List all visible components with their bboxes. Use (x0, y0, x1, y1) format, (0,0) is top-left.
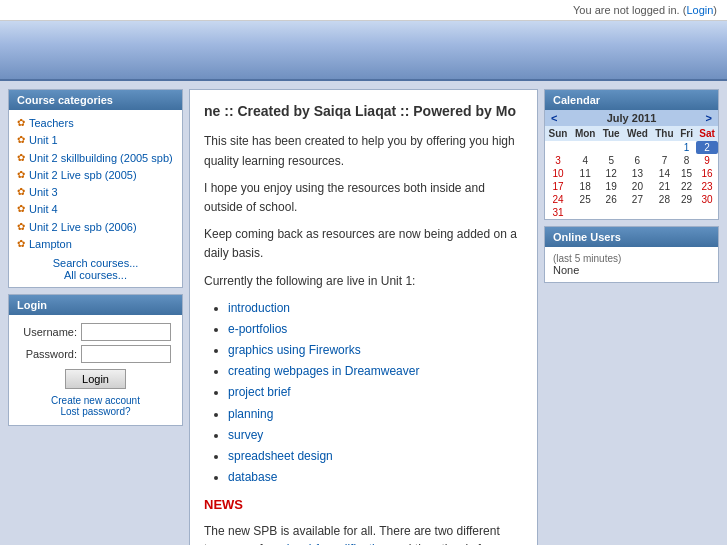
main-layout: Course categories ✿ Teachers ✿ Unit 1 ✿ … (0, 81, 727, 545)
cal-cell (623, 206, 652, 219)
cal-week-6: 31 (545, 206, 718, 219)
online-users-block: Online Users (last 5 minutes) None (544, 226, 719, 283)
lost-password-link[interactable]: Lost password? (17, 406, 174, 417)
top-bar: You are not logged in. (Login) (0, 0, 727, 21)
cal-cell: 29 (677, 193, 696, 206)
fireworks-link[interactable]: graphics using Fireworks (228, 343, 361, 357)
cal-cell (677, 206, 696, 219)
left-sidebar: Course categories ✿ Teachers ✿ Unit 1 ✿ … (8, 89, 183, 545)
cal-cell: 12 (599, 167, 623, 180)
cal-cell (571, 141, 599, 154)
cal-cell (599, 206, 623, 219)
list-item: spreadsheet design (228, 447, 523, 466)
all-courses-link[interactable]: All courses... (17, 269, 174, 281)
cal-cell: 1 (677, 141, 696, 154)
project-brief-link[interactable]: project brief (228, 385, 291, 399)
online-users-header: Online Users (545, 227, 718, 247)
create-account-link[interactable]: Create new account (17, 395, 174, 406)
cal-day-sat: Sat (696, 126, 718, 141)
cal-day-sun: Sun (545, 126, 571, 141)
password-label: Password: (17, 348, 77, 360)
course-link-unit2spb[interactable]: Unit 2 skillbuilding (2005 spb) (29, 151, 173, 165)
calendar-next[interactable]: > (706, 112, 712, 124)
cal-cell: 19 (599, 180, 623, 193)
database-link[interactable]: database (228, 470, 277, 484)
cal-cell: 8 (677, 154, 696, 167)
bullet-icon: ✿ (17, 169, 25, 180)
course-categories-header: Course categories (9, 90, 182, 110)
course-link-unit2-2006[interactable]: Unit 2 Live spb (2006) (29, 220, 137, 234)
login-block: Login Username: Password: Login Create n… (8, 294, 183, 426)
spreadsheet-link[interactable]: spreadsheet design (228, 449, 333, 463)
password-input[interactable] (81, 345, 171, 363)
cal-cell (696, 206, 718, 219)
main-content: ne :: Created by Saiqa Liaqat :: Powered… (189, 89, 538, 545)
cal-cell: 25 (571, 193, 599, 206)
planning-link[interactable]: planning (228, 407, 273, 421)
main-title: ne :: Created by Saiqa Liaqat :: Powered… (204, 100, 523, 122)
survey-link[interactable]: survey (228, 428, 263, 442)
cal-cell: 18 (571, 180, 599, 193)
login-form: Username: Password: Login Create new acc… (9, 315, 182, 425)
right-sidebar: Calendar < July 2011 > Sun Mon Tue Wed T… (544, 89, 719, 545)
list-item: ✿ Unit 2 skillbuilding (2005 spb) (17, 151, 174, 165)
search-links: Search courses... All courses... (17, 257, 174, 281)
cal-cell: 28 (652, 193, 677, 206)
unit1-links-list: introduction e-portfolios graphics using… (204, 299, 523, 488)
course-link-unit2live[interactable]: Unit 2 Live spb (2005) (29, 168, 137, 182)
intro-link[interactable]: introduction (228, 301, 290, 315)
search-courses-link[interactable]: Search courses... (17, 257, 174, 269)
cal-cell: 14 (652, 167, 677, 180)
online-users-status: None (553, 264, 710, 276)
course-link-unit4[interactable]: Unit 4 (29, 202, 58, 216)
course-link-unit3[interactable]: Unit 3 (29, 185, 58, 199)
list-item: planning (228, 405, 523, 424)
main-para-4: Currently the following are live in Unit… (204, 272, 523, 291)
list-item: ✿ Lampton (17, 237, 174, 251)
cal-day-wed: Wed (623, 126, 652, 141)
cal-cell: 17 (545, 180, 571, 193)
password-row: Password: (17, 345, 174, 363)
cal-cell: 21 (652, 180, 677, 193)
dreamweaver-link[interactable]: creating webpages in Dreamweaver (228, 364, 419, 378)
course-link-unit1[interactable]: Unit 1 (29, 133, 58, 147)
cal-day-1[interactable]: 1 (684, 142, 690, 153)
list-item: ✿ Unit 3 (17, 185, 174, 199)
cal-cell: 31 (545, 206, 571, 219)
cal-cell: 9 (696, 154, 718, 167)
calendar-header: Calendar (545, 90, 718, 110)
cal-cell (571, 206, 599, 219)
course-link-lampton[interactable]: Lampton (29, 237, 72, 251)
cal-week-1: 1 2 (545, 141, 718, 154)
login-close: ) (713, 4, 717, 16)
login-link[interactable]: Login (686, 4, 713, 16)
cal-day-thu: Thu (652, 126, 677, 141)
cal-cell: 15 (677, 167, 696, 180)
online-users-subtext: (last 5 minutes) (553, 253, 710, 264)
eportfolios-link[interactable]: e-portfolios (228, 322, 287, 336)
cal-cell-today: 2 (696, 141, 718, 154)
cal-cell: 16 (696, 167, 718, 180)
login-button[interactable]: Login (65, 369, 126, 389)
cal-cell: 5 (599, 154, 623, 167)
cal-cell: 24 (545, 193, 571, 206)
username-input[interactable] (81, 323, 171, 341)
login-header: Login (9, 295, 182, 315)
login-links: Create new account Lost password? (17, 395, 174, 417)
calendar-prev[interactable]: < (551, 112, 557, 124)
cal-week-5: 24 25 26 27 28 29 30 (545, 193, 718, 206)
list-item: project brief (228, 383, 523, 402)
main-para-3: Keep coming back as resources are now be… (204, 225, 523, 263)
bullet-icon: ✿ (17, 203, 25, 214)
calendar-nav: < July 2011 > (545, 110, 718, 126)
cal-cell: 3 (545, 154, 571, 167)
calendar-month: July 2011 (607, 112, 657, 124)
cal-cell (652, 141, 677, 154)
list-item: database (228, 468, 523, 487)
main-para-1: This site has been created to help you b… (204, 132, 523, 170)
course-categories-block: Course categories ✿ Teachers ✿ Unit 1 ✿ … (8, 89, 183, 288)
online-users-content: (last 5 minutes) None (545, 247, 718, 282)
course-link-teachers[interactable]: Teachers (29, 116, 74, 130)
list-item: creating webpages in Dreamweaver (228, 362, 523, 381)
bullet-icon: ✿ (17, 117, 25, 128)
